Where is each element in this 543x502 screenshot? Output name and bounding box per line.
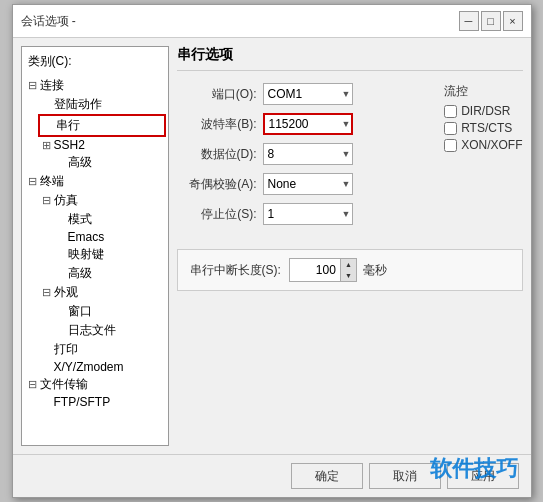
expand-icon-connect: ⊟ [26, 79, 40, 92]
close-button[interactable]: × [503, 11, 523, 31]
break-row: 串行中断长度(S): ▲ ▼ 毫秒 [177, 249, 523, 291]
expand-icon-appearance: ⊟ [40, 286, 54, 299]
tree-item-mapped-keys[interactable]: 映射键 [52, 245, 166, 264]
dialog-footer: 确定 取消 应用 [13, 454, 531, 497]
tree-item-emulation[interactable]: ⊟ 仿真 [38, 191, 166, 210]
tree-label-advanced-terminal: 高级 [68, 265, 92, 282]
parity-row: 奇偶校验(A): None Odd Even Mark Space ▼ [177, 173, 429, 195]
tree-label-appearance: 外观 [54, 284, 78, 301]
tree-item-advanced-connect[interactable]: 高级 [52, 153, 166, 172]
tree-label-mapped-keys: 映射键 [68, 246, 104, 263]
checkbox-dir-dsr[interactable]: DIR/DSR [444, 104, 522, 118]
tree-item-ssh2[interactable]: ⊞ SSH2 [38, 137, 166, 153]
tree-label-emulation: 仿真 [54, 192, 78, 209]
tree-item-window[interactable]: 窗口 [52, 302, 166, 321]
category-label: 类别(C): [24, 51, 166, 72]
checkbox-xon-xoff[interactable]: XON/XOFF [444, 138, 522, 152]
baud-label: 波特率(B): [177, 116, 257, 133]
left-form: 端口(O): COM1 COM2 COM3 COM4 ▼ [177, 83, 429, 233]
baud-row: 波特率(B): 9600 19200 38400 57600 115200 ▼ [177, 113, 429, 135]
break-unit: 毫秒 [363, 262, 387, 279]
tree-panel: 类别(C): ⊟ 连接 登陆动作 串行 ⊞ SSH2 [21, 46, 169, 446]
stop-select[interactable]: 1 1.5 2 [263, 203, 353, 225]
break-label: 串行中断长度(S): [190, 262, 281, 279]
port-row: 端口(O): COM1 COM2 COM3 COM4 ▼ [177, 83, 429, 105]
dialog-title: 会话选项 - [21, 13, 76, 30]
tree-label-connect: 连接 [40, 77, 64, 94]
checkbox-rts-cts-label: RTS/CTS [461, 121, 512, 135]
flow-group: 流控 DIR/DSR RTS/CTS XON/XOFF [444, 83, 522, 155]
flow-title: 流控 [444, 83, 522, 100]
right-section: 端口(O): COM1 COM2 COM3 COM4 ▼ [177, 83, 523, 233]
dialog-body: 类别(C): ⊟ 连接 登陆动作 串行 ⊞ SSH2 [13, 38, 531, 454]
parity-select-wrapper[interactable]: None Odd Even Mark Space ▼ [263, 173, 353, 195]
checkbox-dir-dsr-label: DIR/DSR [461, 104, 510, 118]
stop-row: 停止位(S): 1 1.5 2 ▼ [177, 203, 429, 225]
checkbox-dir-dsr-input[interactable] [444, 105, 457, 118]
data-select-wrapper[interactable]: 5 6 7 8 ▼ [263, 143, 353, 165]
tree-item-file-transfer[interactable]: ⊟ 文件传输 [24, 375, 166, 394]
stop-select-wrapper[interactable]: 1 1.5 2 ▼ [263, 203, 353, 225]
data-select[interactable]: 5 6 7 8 [263, 143, 353, 165]
data-row: 数据位(D): 5 6 7 8 ▼ [177, 143, 429, 165]
spinner-down-button[interactable]: ▼ [340, 270, 356, 281]
tree-label-print: 打印 [54, 341, 78, 358]
apply-button[interactable]: 应用 [447, 463, 519, 489]
expand-icon-ft: ⊟ [26, 378, 40, 391]
tree-label-terminal: 终端 [40, 173, 64, 190]
break-value-input[interactable] [290, 259, 340, 281]
tree-label-ssh2: SSH2 [54, 138, 85, 152]
minimize-button[interactable]: ─ [459, 11, 479, 31]
checkbox-xon-xoff-input[interactable] [444, 139, 457, 152]
port-select[interactable]: COM1 COM2 COM3 COM4 [263, 83, 353, 105]
tree-item-serial[interactable]: 串行 [38, 114, 166, 137]
tree-item-xy-zmodem[interactable]: X/Y/Zmodem [38, 359, 166, 375]
tree-item-terminal[interactable]: ⊟ 终端 [24, 172, 166, 191]
tree-label-xy-zmodem: X/Y/Zmodem [54, 360, 124, 374]
tree-label-login: 登陆动作 [54, 96, 102, 113]
port-label: 端口(O): [177, 86, 257, 103]
spinner-up-button[interactable]: ▲ [340, 259, 356, 270]
tree-item-login-action[interactable]: 登陆动作 [38, 95, 166, 114]
tree-item-ftp-sftp[interactable]: FTP/SFTP [38, 394, 166, 410]
checkbox-xon-xoff-label: XON/XOFF [461, 138, 522, 152]
tree-label-serial: 串行 [56, 117, 80, 134]
tree-label-file-transfer: 文件传输 [40, 376, 88, 393]
data-label: 数据位(D): [177, 146, 257, 163]
tree-item-print[interactable]: 打印 [38, 340, 166, 359]
checkbox-rts-cts[interactable]: RTS/CTS [444, 121, 522, 135]
ok-button[interactable]: 确定 [291, 463, 363, 489]
title-controls: ─ □ × [459, 11, 523, 31]
expand-icon-ssh2: ⊞ [40, 139, 54, 152]
baud-select-wrapper[interactable]: 9600 19200 38400 57600 115200 ▼ [263, 113, 353, 135]
tree-label-mode: 模式 [68, 211, 92, 228]
expand-icon-terminal: ⊟ [26, 175, 40, 188]
parity-label: 奇偶校验(A): [177, 176, 257, 193]
tree-item-log-file[interactable]: 日志文件 [52, 321, 166, 340]
spinner-wrapper: ▲ ▼ [289, 258, 357, 282]
maximize-button[interactable]: □ [481, 11, 501, 31]
tree-item-advanced-terminal[interactable]: 高级 [52, 264, 166, 283]
title-bar: 会话选项 - ─ □ × [13, 5, 531, 38]
tree-label-window: 窗口 [68, 303, 92, 320]
parity-select[interactable]: None Odd Even Mark Space [263, 173, 353, 195]
tree-item-appearance[interactable]: ⊟ 外观 [38, 283, 166, 302]
tree-item-connect[interactable]: ⊟ 连接 [24, 76, 166, 95]
port-select-wrapper[interactable]: COM1 COM2 COM3 COM4 ▼ [263, 83, 353, 105]
spinner-buttons: ▲ ▼ [340, 259, 356, 281]
tree-item-emacs[interactable]: Emacs [52, 229, 166, 245]
tree-label-emacs: Emacs [68, 230, 105, 244]
cancel-button[interactable]: 取消 [369, 463, 441, 489]
options-title: 串行选项 [177, 46, 523, 71]
baud-select[interactable]: 9600 19200 38400 57600 115200 [263, 113, 353, 135]
options-panel: 串行选项 端口(O): COM1 COM2 COM3 COM4 [177, 46, 523, 446]
expand-icon-emulation: ⊟ [40, 194, 54, 207]
checkbox-rts-cts-input[interactable] [444, 122, 457, 135]
tree-label-ftp-sftp: FTP/SFTP [54, 395, 111, 409]
tree-item-mode[interactable]: 模式 [52, 210, 166, 229]
tree-label-advanced-connect: 高级 [68, 154, 92, 171]
tree-label-log-file: 日志文件 [68, 322, 116, 339]
stop-label: 停止位(S): [177, 206, 257, 223]
